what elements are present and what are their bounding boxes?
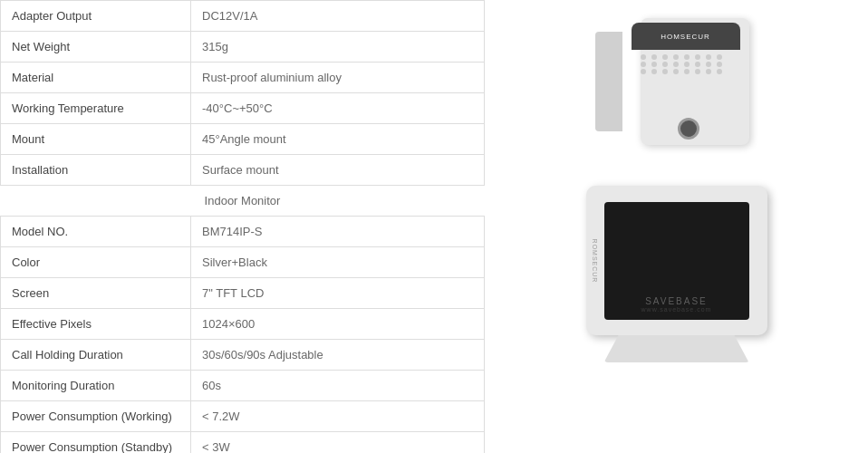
spec-label: Power Consumption (Standby) [1, 432, 191, 454]
indoor-stand-base [604, 335, 749, 362]
main-container: Adapter OutputDC12V/1ANet Weight315gMate… [0, 0, 868, 453]
spec-value: Rust-proof aluminium alloy [191, 63, 485, 93]
outdoor-brand-label: HOMSECUR [661, 33, 710, 41]
outdoor-top-bar: HOMSECUR [632, 23, 740, 50]
table-row: Working Temperature-40°C~+50°C [1, 93, 485, 124]
outdoor-device: HOMSECUR [595, 14, 758, 149]
table-row: Monitoring Duration60s [1, 371, 485, 401]
speaker-dot [641, 69, 646, 74]
spec-label: Material [1, 63, 191, 93]
spec-value: DC12V/1A [191, 1, 485, 32]
speaker-dot [695, 69, 700, 74]
speaker-dot [662, 69, 668, 74]
spec-label: Installation [1, 155, 191, 186]
spec-value: < 3W [191, 432, 485, 454]
spec-value: 30s/60s/90s Adjustable [191, 340, 485, 371]
table-row: MaterialRust-proof aluminium alloy [1, 63, 485, 93]
speaker-dot [717, 62, 722, 67]
table-row: Power Consumption (Working)< 7.2W [1, 401, 485, 432]
table-row: Mount45°Angle mount [1, 124, 485, 155]
table-row: Screen7" TFT LCD [1, 278, 485, 309]
spec-label: Screen [1, 278, 191, 309]
speaker-dot [717, 54, 722, 60]
table-row: Call Holding Duration30s/60s/90s Adjusta… [1, 340, 485, 371]
spec-label: Power Consumption (Working) [1, 401, 191, 432]
table-row: Effective Pixels1024×600 [1, 309, 485, 340]
table-row: Net Weight315g [1, 32, 485, 63]
spec-value: -40°C~+50°C [191, 93, 485, 124]
indoor-brand-sub-label: www.savebase.com [641, 306, 712, 313]
speaker-dot [662, 62, 668, 67]
spec-value: Surface mount [191, 155, 485, 186]
spec-value: < 7.2W [191, 401, 485, 432]
speaker-dot [641, 62, 646, 67]
spec-label: Working Temperature [1, 93, 191, 124]
speaker-dot [706, 62, 711, 67]
speaker-dot [673, 62, 679, 67]
spec-value: BM714IP-S [191, 217, 485, 247]
spec-value: 60s [191, 371, 485, 401]
spec-label: Mount [1, 124, 191, 155]
table-row: Adapter OutputDC12V/1A [1, 1, 485, 32]
outdoor-speaker-grille [641, 54, 731, 109]
speaker-dot [695, 62, 700, 67]
outdoor-unit-image: HOMSECUR [586, 9, 767, 154]
spec-value: 7" TFT LCD [191, 278, 485, 309]
spec-value: 1024×600 [191, 309, 485, 340]
speaker-dot [651, 54, 657, 60]
specs-table-panel: Adapter OutputDC12V/1ANet Weight315gMate… [0, 0, 485, 453]
spec-value: 315g [191, 32, 485, 63]
section-header-row: Indoor Monitor [1, 186, 485, 217]
speaker-dot [706, 54, 711, 60]
speaker-dots-grid [641, 54, 731, 74]
spec-label: Call Holding Duration [1, 340, 191, 371]
spec-label: Color [1, 247, 191, 278]
outdoor-body: HOMSECUR [641, 18, 749, 145]
indoor-frame: ROMSECUR SAVEBASE www.savebase.com [586, 186, 767, 335]
speaker-dot [651, 62, 657, 67]
table-row: Model NO.BM714IP-S [1, 217, 485, 247]
speaker-dot [651, 69, 657, 74]
indoor-screen: SAVEBASE www.savebase.com [604, 202, 749, 320]
spec-label: Effective Pixels [1, 309, 191, 340]
table-row: InstallationSurface mount [1, 155, 485, 186]
speaker-dot [717, 69, 722, 74]
indoor-brand-label: SAVEBASE [641, 296, 712, 306]
product-images-panel: HOMSECUR [485, 0, 868, 453]
outdoor-camera-lens [678, 118, 699, 140]
indoor-device: ROMSECUR SAVEBASE www.savebase.com [577, 181, 776, 362]
spec-label: Monitoring Duration [1, 371, 191, 401]
speaker-dot [641, 54, 646, 60]
speaker-dot [684, 62, 690, 67]
outdoor-side-piece [595, 32, 622, 131]
spec-value: Silver+Black [191, 247, 485, 278]
speaker-dot [684, 54, 690, 60]
speaker-dot [684, 69, 690, 74]
speaker-dot [673, 54, 679, 60]
specs-table: Adapter OutputDC12V/1ANet Weight315gMate… [0, 0, 485, 453]
spec-value: 45°Angle mount [191, 124, 485, 155]
spec-label: Net Weight [1, 32, 191, 63]
speaker-dot [695, 54, 700, 60]
speaker-dot [662, 54, 668, 60]
speaker-dot [673, 69, 679, 74]
table-row: Power Consumption (Standby)< 3W [1, 432, 485, 454]
section-header-label: Indoor Monitor [1, 186, 485, 217]
spec-label: Model NO. [1, 217, 191, 247]
table-row: ColorSilver+Black [1, 247, 485, 278]
indoor-side-label: ROMSECUR [592, 238, 598, 283]
indoor-monitor-image: ROMSECUR SAVEBASE www.savebase.com [577, 181, 776, 362]
speaker-dot [706, 69, 711, 74]
spec-label: Adapter Output [1, 1, 191, 32]
